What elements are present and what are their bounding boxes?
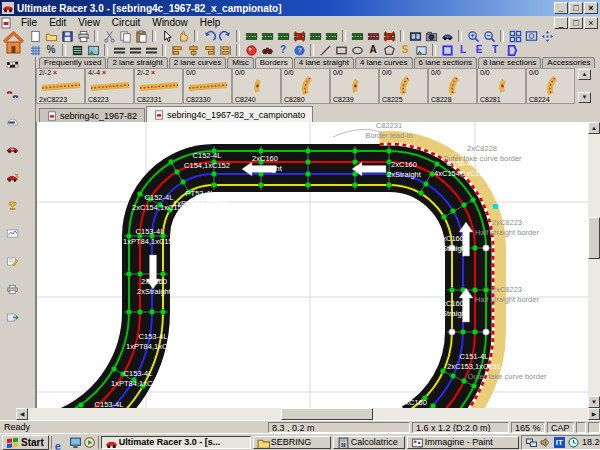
media-icon[interactable] xyxy=(83,436,95,448)
race-cars-icon[interactable] xyxy=(6,87,30,109)
select-button[interactable] xyxy=(159,29,175,43)
track-node[interactable] xyxy=(440,368,445,373)
track-delete-button[interactable] xyxy=(381,29,397,43)
palette-tab-frequently-used[interactable]: Frequently used xyxy=(39,57,106,68)
track-node[interactable] xyxy=(137,309,142,314)
notes-icon[interactable] xyxy=(6,255,30,277)
snap-percent-button[interactable]: % xyxy=(43,43,59,57)
track-node[interactable] xyxy=(149,309,154,314)
cut-button[interactable] xyxy=(101,29,117,43)
shape-square-button[interactable] xyxy=(439,43,455,57)
track-node[interactable] xyxy=(211,182,216,187)
mdi-close-button[interactable]: × xyxy=(584,17,598,29)
help-button[interactable]: ? xyxy=(275,43,291,57)
selection-handle[interactable] xyxy=(483,329,489,335)
scroll-down-button[interactable]: ▼ xyxy=(588,396,600,408)
track-straight-button[interactable] xyxy=(275,29,291,43)
palette-item-C82331[interactable]: 2/-2 ×C82331 xyxy=(134,68,183,104)
hand-button[interactable] xyxy=(175,29,191,43)
canvas-horizontal-scrollbar[interactable]: ◀ ▶ xyxy=(16,408,600,420)
doc-tab-sebring4c_1967-82[interactable]: sebring4c_1967-82 xyxy=(39,108,145,122)
palette-item-C8281[interactable]: 0/0C8281 xyxy=(477,68,526,104)
print-button[interactable] xyxy=(75,29,91,43)
home-button[interactable] xyxy=(2,30,25,56)
binoculars-button[interactable] xyxy=(259,43,275,57)
track-node[interactable] xyxy=(461,378,466,383)
shape-l-button[interactable]: L xyxy=(455,43,471,57)
trophy-icon[interactable] xyxy=(6,199,30,221)
palette-tab-4-lane-curves[interactable]: 4 lane curves xyxy=(355,57,413,68)
mdi-minimize-button[interactable]: _ xyxy=(554,17,568,29)
printer-icon[interactable] xyxy=(6,283,30,305)
camera-button[interactable] xyxy=(423,29,439,43)
shape-d-button[interactable] xyxy=(503,43,519,57)
track-node[interactable] xyxy=(305,182,310,187)
track-node[interactable] xyxy=(126,309,131,314)
pan-button[interactable] xyxy=(539,29,555,43)
about-button[interactable]: ? xyxy=(291,43,307,57)
track-straight-button[interactable] xyxy=(259,29,275,43)
shape-e-button[interactable]: E xyxy=(471,43,487,57)
track-node[interactable] xyxy=(211,171,216,176)
track-node[interactable] xyxy=(352,159,357,164)
language-indicator[interactable]: IT xyxy=(554,437,565,448)
track-node[interactable] xyxy=(450,373,455,378)
track-straight-button[interactable] xyxy=(307,29,323,43)
track-node[interactable] xyxy=(305,171,310,176)
menu-view[interactable]: View xyxy=(72,17,106,28)
palette-tab-8-lane-sections[interactable]: 8 lane sections xyxy=(478,57,541,68)
track-node[interactable] xyxy=(160,271,165,276)
scroll-right-button[interactable]: ▶ xyxy=(588,408,600,420)
track-straight-button[interactable] xyxy=(323,29,339,43)
track-delete-button[interactable] xyxy=(291,29,307,43)
copy-button[interactable] xyxy=(117,29,133,43)
canvas-vertical-scrollbar[interactable]: ▲ ▼ xyxy=(588,122,600,408)
track-straight-button[interactable] xyxy=(243,29,259,43)
draw-text-button[interactable]: A xyxy=(365,43,381,57)
doc-tab-sebring4c_1967-82_x_campionato[interactable]: sebring4c_1967-82_x_campionato xyxy=(146,106,313,122)
minimize-button[interactable]: _ xyxy=(554,2,568,14)
track-node[interactable] xyxy=(258,182,263,187)
zoom-fit-button[interactable] xyxy=(507,29,523,43)
draw-rect-button[interactable] xyxy=(333,43,349,57)
palette-item-C8239[interactable]: 0/0C8239 xyxy=(330,68,379,104)
horizontal-scroll-thumb[interactable] xyxy=(281,408,373,420)
track-canvas[interactable]: C152-4LC154,1xC1522xC1602xStraight2xC160… xyxy=(36,122,588,408)
background-button[interactable] xyxy=(85,43,101,57)
volume-icon[interactable] xyxy=(540,437,551,448)
track-node[interactable] xyxy=(434,161,439,166)
paste-button[interactable] xyxy=(133,29,149,43)
align-mid-button[interactable] xyxy=(185,43,201,57)
track-node[interactable] xyxy=(305,148,310,153)
palette-item-2xC8223[interactable]: 2/-2 ×2xC8223 xyxy=(36,68,85,104)
track-node[interactable] xyxy=(305,159,310,164)
chart-icon[interactable] xyxy=(6,227,30,249)
export-icon[interactable] xyxy=(6,311,30,333)
track-node[interactable] xyxy=(78,402,83,407)
selection-handle[interactable] xyxy=(449,329,455,335)
track-node[interactable] xyxy=(180,179,185,184)
colors-button[interactable] xyxy=(243,43,259,57)
film-button[interactable] xyxy=(407,29,423,43)
track-straight-button[interactable] xyxy=(349,29,365,43)
taskbar-task-immagine-paint[interactable]: Immagine - Paint xyxy=(407,436,519,449)
car-crash-icon[interactable] xyxy=(6,171,30,193)
open-button[interactable] xyxy=(43,29,59,43)
track-node[interactable] xyxy=(418,190,423,195)
vertical-scroll-thumb[interactable] xyxy=(588,217,600,259)
track-node[interactable] xyxy=(111,366,116,371)
palette-item-C8225[interactable]: 0/0C8225 xyxy=(379,68,428,104)
show-desktop-icon[interactable] xyxy=(69,436,81,448)
track-node[interactable] xyxy=(168,159,173,164)
taskbar-task-ultimate-racer-3-0-s-[interactable]: Ultimate Racer 3.0 - [s... xyxy=(101,436,251,449)
lane-piece-button[interactable] xyxy=(143,43,159,57)
start-button[interactable]: Start xyxy=(2,435,49,450)
selection-point[interactable] xyxy=(493,204,498,209)
shape-t-button[interactable]: T xyxy=(487,43,503,57)
lane-piece-button[interactable] xyxy=(127,43,143,57)
palette-tab-accessories[interactable]: Accessories xyxy=(542,57,595,68)
track-node[interactable] xyxy=(472,329,477,334)
zoom-in-button[interactable] xyxy=(465,29,481,43)
layers-button[interactable] xyxy=(69,43,85,57)
taskbar-task-calcolatrice[interactable]: Calcolatrice xyxy=(333,436,405,449)
